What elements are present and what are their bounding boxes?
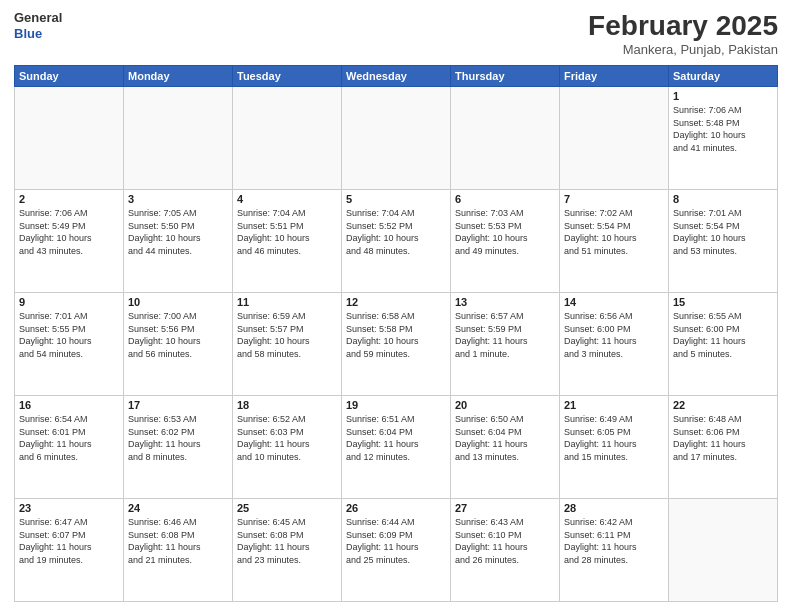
calendar-week-2: 2Sunrise: 7:06 AM Sunset: 5:49 PM Daylig… — [15, 190, 778, 293]
day-number: 4 — [237, 193, 337, 205]
calendar-week-5: 23Sunrise: 6:47 AM Sunset: 6:07 PM Dayli… — [15, 499, 778, 602]
day-info: Sunrise: 6:47 AM Sunset: 6:07 PM Dayligh… — [19, 516, 119, 566]
calendar-cell: 26Sunrise: 6:44 AM Sunset: 6:09 PM Dayli… — [342, 499, 451, 602]
calendar-cell: 28Sunrise: 6:42 AM Sunset: 6:11 PM Dayli… — [560, 499, 669, 602]
calendar-cell: 18Sunrise: 6:52 AM Sunset: 6:03 PM Dayli… — [233, 396, 342, 499]
col-header-saturday: Saturday — [669, 66, 778, 87]
calendar-cell: 9Sunrise: 7:01 AM Sunset: 5:55 PM Daylig… — [15, 293, 124, 396]
logo: General Blue — [14, 10, 62, 41]
day-number: 26 — [346, 502, 446, 514]
calendar-cell: 24Sunrise: 6:46 AM Sunset: 6:08 PM Dayli… — [124, 499, 233, 602]
day-number: 10 — [128, 296, 228, 308]
col-header-monday: Monday — [124, 66, 233, 87]
calendar-cell: 8Sunrise: 7:01 AM Sunset: 5:54 PM Daylig… — [669, 190, 778, 293]
day-number: 8 — [673, 193, 773, 205]
day-info: Sunrise: 6:56 AM Sunset: 6:00 PM Dayligh… — [564, 310, 664, 360]
calendar-cell: 6Sunrise: 7:03 AM Sunset: 5:53 PM Daylig… — [451, 190, 560, 293]
day-info: Sunrise: 7:05 AM Sunset: 5:50 PM Dayligh… — [128, 207, 228, 257]
header: General Blue February 2025 Mankera, Punj… — [14, 10, 778, 57]
logo-blue: Blue — [14, 26, 62, 42]
calendar-cell — [15, 87, 124, 190]
day-info: Sunrise: 7:06 AM Sunset: 5:49 PM Dayligh… — [19, 207, 119, 257]
col-header-wednesday: Wednesday — [342, 66, 451, 87]
calendar-cell: 19Sunrise: 6:51 AM Sunset: 6:04 PM Dayli… — [342, 396, 451, 499]
day-info: Sunrise: 6:42 AM Sunset: 6:11 PM Dayligh… — [564, 516, 664, 566]
calendar-cell: 17Sunrise: 6:53 AM Sunset: 6:02 PM Dayli… — [124, 396, 233, 499]
day-number: 18 — [237, 399, 337, 411]
calendar-cell: 10Sunrise: 7:00 AM Sunset: 5:56 PM Dayli… — [124, 293, 233, 396]
day-info: Sunrise: 7:00 AM Sunset: 5:56 PM Dayligh… — [128, 310, 228, 360]
calendar-cell: 15Sunrise: 6:55 AM Sunset: 6:00 PM Dayli… — [669, 293, 778, 396]
calendar-week-1: 1Sunrise: 7:06 AM Sunset: 5:48 PM Daylig… — [15, 87, 778, 190]
calendar-cell — [451, 87, 560, 190]
calendar-cell: 7Sunrise: 7:02 AM Sunset: 5:54 PM Daylig… — [560, 190, 669, 293]
calendar-cell — [560, 87, 669, 190]
day-info: Sunrise: 6:48 AM Sunset: 6:06 PM Dayligh… — [673, 413, 773, 463]
day-number: 22 — [673, 399, 773, 411]
day-info: Sunrise: 6:55 AM Sunset: 6:00 PM Dayligh… — [673, 310, 773, 360]
day-info: Sunrise: 6:49 AM Sunset: 6:05 PM Dayligh… — [564, 413, 664, 463]
day-info: Sunrise: 7:06 AM Sunset: 5:48 PM Dayligh… — [673, 104, 773, 154]
calendar-cell: 4Sunrise: 7:04 AM Sunset: 5:51 PM Daylig… — [233, 190, 342, 293]
page: General Blue February 2025 Mankera, Punj… — [0, 0, 792, 612]
day-info: Sunrise: 7:04 AM Sunset: 5:52 PM Dayligh… — [346, 207, 446, 257]
day-number: 27 — [455, 502, 555, 514]
day-info: Sunrise: 6:50 AM Sunset: 6:04 PM Dayligh… — [455, 413, 555, 463]
calendar-cell: 23Sunrise: 6:47 AM Sunset: 6:07 PM Dayli… — [15, 499, 124, 602]
day-number: 9 — [19, 296, 119, 308]
day-info: Sunrise: 7:04 AM Sunset: 5:51 PM Dayligh… — [237, 207, 337, 257]
calendar-cell — [669, 499, 778, 602]
calendar-cell: 5Sunrise: 7:04 AM Sunset: 5:52 PM Daylig… — [342, 190, 451, 293]
calendar-cell — [124, 87, 233, 190]
day-number: 25 — [237, 502, 337, 514]
day-info: Sunrise: 6:51 AM Sunset: 6:04 PM Dayligh… — [346, 413, 446, 463]
calendar-cell: 16Sunrise: 6:54 AM Sunset: 6:01 PM Dayli… — [15, 396, 124, 499]
day-number: 11 — [237, 296, 337, 308]
title-block: February 2025 Mankera, Punjab, Pakistan — [588, 10, 778, 57]
logo-general: General — [14, 10, 62, 26]
day-info: Sunrise: 6:45 AM Sunset: 6:08 PM Dayligh… — [237, 516, 337, 566]
day-info: Sunrise: 6:52 AM Sunset: 6:03 PM Dayligh… — [237, 413, 337, 463]
day-info: Sunrise: 7:01 AM Sunset: 5:55 PM Dayligh… — [19, 310, 119, 360]
day-info: Sunrise: 7:03 AM Sunset: 5:53 PM Dayligh… — [455, 207, 555, 257]
day-info: Sunrise: 6:43 AM Sunset: 6:10 PM Dayligh… — [455, 516, 555, 566]
day-number: 21 — [564, 399, 664, 411]
calendar-week-3: 9Sunrise: 7:01 AM Sunset: 5:55 PM Daylig… — [15, 293, 778, 396]
day-number: 7 — [564, 193, 664, 205]
day-number: 16 — [19, 399, 119, 411]
day-number: 1 — [673, 90, 773, 102]
calendar-cell: 2Sunrise: 7:06 AM Sunset: 5:49 PM Daylig… — [15, 190, 124, 293]
day-number: 19 — [346, 399, 446, 411]
day-info: Sunrise: 6:57 AM Sunset: 5:59 PM Dayligh… — [455, 310, 555, 360]
day-info: Sunrise: 6:46 AM Sunset: 6:08 PM Dayligh… — [128, 516, 228, 566]
day-info: Sunrise: 6:59 AM Sunset: 5:57 PM Dayligh… — [237, 310, 337, 360]
calendar-cell: 1Sunrise: 7:06 AM Sunset: 5:48 PM Daylig… — [669, 87, 778, 190]
calendar-cell: 13Sunrise: 6:57 AM Sunset: 5:59 PM Dayli… — [451, 293, 560, 396]
calendar-cell: 12Sunrise: 6:58 AM Sunset: 5:58 PM Dayli… — [342, 293, 451, 396]
day-number: 14 — [564, 296, 664, 308]
day-info: Sunrise: 6:44 AM Sunset: 6:09 PM Dayligh… — [346, 516, 446, 566]
day-info: Sunrise: 7:02 AM Sunset: 5:54 PM Dayligh… — [564, 207, 664, 257]
day-number: 17 — [128, 399, 228, 411]
calendar-cell: 27Sunrise: 6:43 AM Sunset: 6:10 PM Dayli… — [451, 499, 560, 602]
day-number: 2 — [19, 193, 119, 205]
day-number: 20 — [455, 399, 555, 411]
calendar-cell: 21Sunrise: 6:49 AM Sunset: 6:05 PM Dayli… — [560, 396, 669, 499]
day-number: 24 — [128, 502, 228, 514]
calendar-cell: 11Sunrise: 6:59 AM Sunset: 5:57 PM Dayli… — [233, 293, 342, 396]
day-number: 3 — [128, 193, 228, 205]
day-number: 15 — [673, 296, 773, 308]
day-number: 5 — [346, 193, 446, 205]
calendar-cell: 3Sunrise: 7:05 AM Sunset: 5:50 PM Daylig… — [124, 190, 233, 293]
calendar-cell — [342, 87, 451, 190]
month-title: February 2025 — [588, 10, 778, 42]
day-number: 6 — [455, 193, 555, 205]
day-number: 23 — [19, 502, 119, 514]
day-number: 28 — [564, 502, 664, 514]
col-header-sunday: Sunday — [15, 66, 124, 87]
day-info: Sunrise: 6:53 AM Sunset: 6:02 PM Dayligh… — [128, 413, 228, 463]
calendar-table: SundayMondayTuesdayWednesdayThursdayFrid… — [14, 65, 778, 602]
calendar-cell: 22Sunrise: 6:48 AM Sunset: 6:06 PM Dayli… — [669, 396, 778, 499]
calendar-header-row: SundayMondayTuesdayWednesdayThursdayFrid… — [15, 66, 778, 87]
calendar-cell: 25Sunrise: 6:45 AM Sunset: 6:08 PM Dayli… — [233, 499, 342, 602]
